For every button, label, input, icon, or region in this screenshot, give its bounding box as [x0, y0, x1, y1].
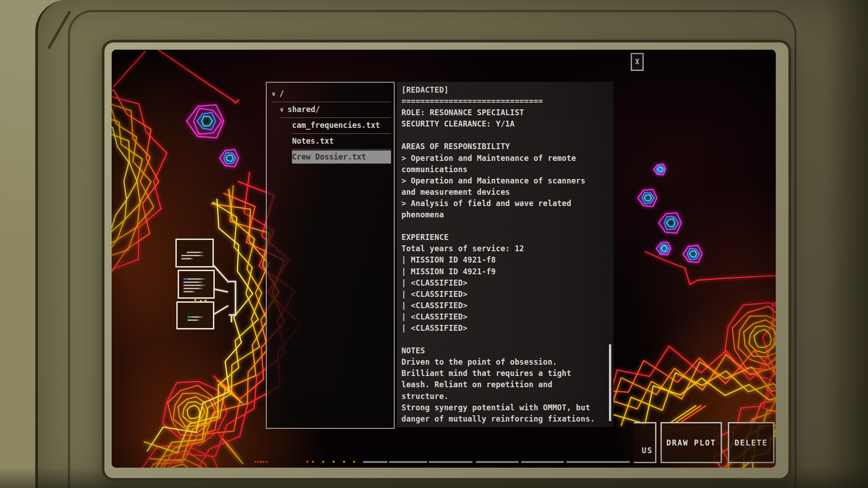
dossier-line: Total years of service: 12 — [401, 244, 609, 255]
status-dot — [260, 461, 262, 463]
status-dot — [307, 461, 308, 463]
file-tree: ∨ / ∨ shared/ cam_frequencies.txt Notes.… — [267, 83, 394, 164]
text-viewer-panel: [REDACTED] =============================… — [397, 82, 613, 427]
status-dot — [255, 461, 256, 463]
map-note-box — [175, 239, 214, 267]
file-tree-item[interactable]: Notes.txt — [292, 134, 391, 150]
previous-button-label: US — [642, 446, 653, 455]
dossier-line: | MISSION ID 4921-f9 — [401, 267, 609, 278]
dossier-text: [REDACTED] =============================… — [401, 85, 609, 426]
dossier-line: Strong synergy potential with OMMOT, but — [401, 403, 609, 414]
dossier-line — [401, 335, 609, 346]
bottom-toolbar-sliver — [566, 461, 630, 463]
map-note-box — [178, 270, 215, 299]
viewer-scrollbar-thumb[interactable] — [609, 344, 611, 421]
dossier-line — [401, 131, 609, 142]
dossier-line: ROLE: RESONANCE SPECIALIST — [401, 108, 609, 119]
file-tree-item[interactable]: ∨ / — [271, 86, 391, 102]
file-browser-panel: ∨ / ∨ shared/ cam_frequencies.txt Notes.… — [266, 82, 395, 429]
dossier-line — [401, 221, 609, 233]
file-name: Notes.txt — [292, 134, 334, 149]
dossier-line: leash. Reliant on repetition and — [401, 380, 609, 391]
dossier-line: | <CLASSIFIED> — [401, 301, 609, 312]
dossier-line: Driven to the point of obsession. — [401, 357, 609, 369]
status-dot — [266, 461, 268, 463]
dossier-line: and measurement devices — [401, 188, 609, 199]
dossier-line: EXPERIENCE — [401, 233, 609, 244]
file-name: shared/ — [288, 102, 320, 117]
status-dot — [353, 461, 355, 463]
chevron-down-icon: ∨ — [279, 102, 288, 117]
dossier-line: > Operation and Maintenance of remote — [401, 154, 609, 165]
dossier-line: [REDACTED] — [401, 85, 609, 97]
bottom-toolbar-sliver — [363, 461, 387, 463]
status-dot — [263, 461, 264, 463]
case-right-shadow — [825, 0, 868, 488]
dossier-line: phenomena — [401, 210, 609, 221]
draw-plot-button[interactable]: DRAW PLOT — [660, 422, 722, 463]
partial-button-window: US — [634, 422, 657, 463]
dossier-line: NOTES — [401, 346, 609, 357]
file-tree-item[interactable]: Crew Dossier.txt — [292, 150, 391, 164]
dossier-line: | <CLASSIFIED> — [401, 312, 609, 324]
dossier-line: communications — [401, 165, 609, 176]
dossier-line: | MISSION ID 4921-f8 — [401, 255, 609, 267]
dossier-line: > Operation and Maintenance of scanners — [401, 176, 609, 188]
status-dot — [333, 461, 335, 463]
status-dot — [257, 461, 259, 463]
dossier-line: | <CLASSIFIED> — [401, 290, 609, 301]
previous-button-partial[interactable]: US — [634, 422, 656, 463]
map-note-box — [176, 301, 214, 329]
file-tree-item[interactable]: cam_frequencies.txt — [292, 118, 391, 134]
dossier-line: structure. — [401, 392, 609, 403]
dossier-line: | <CLASSIFIED> — [401, 278, 609, 290]
file-name: Crew Dossier.txt — [292, 150, 366, 164]
bottom-toolbar-sliver — [521, 461, 564, 463]
dossier-line: danger of mutually reinforcing fixations… — [401, 414, 609, 426]
status-dot — [322, 461, 324, 463]
delete-button[interactable]: DELETE — [728, 422, 774, 463]
dossier-line: ============================== — [401, 97, 609, 108]
dossier-line: AREAS OF RESPONSIBILITY — [401, 142, 609, 153]
file-tree-item[interactable]: ∨ shared/ — [279, 102, 391, 118]
chevron-down-icon: ∨ — [271, 86, 279, 102]
dossier-line: Brilliant mind that requires a tight — [401, 369, 609, 380]
dossier-line: SECURITY CLEARANCE: Y/1A — [401, 119, 609, 131]
terminal-screen: ∨ / ∨ shared/ cam_frequencies.txt Notes.… — [112, 50, 776, 468]
dossier-line: | <CLASSIFIED> — [401, 324, 609, 335]
status-dot — [312, 461, 314, 463]
close-button[interactable]: X — [631, 53, 644, 71]
status-dot — [343, 461, 345, 463]
file-name: / — [279, 86, 284, 102]
bottom-toolbar-sliver — [476, 461, 519, 463]
bottom-toolbar-sliver — [429, 461, 472, 463]
dossier-line: > Analysis of field and wave related — [401, 199, 609, 210]
file-name: cam_frequencies.txt — [292, 118, 380, 133]
bottom-toolbar-sliver — [389, 461, 427, 463]
